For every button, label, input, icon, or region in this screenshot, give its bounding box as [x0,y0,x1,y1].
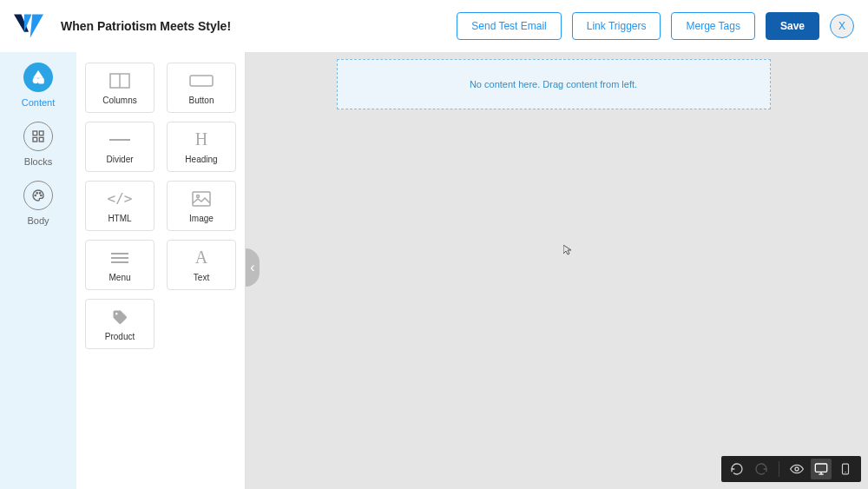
tag-icon [111,307,128,327]
svg-rect-7 [39,131,43,135]
tool-label: Button [189,96,214,105]
code-icon: </> [108,189,133,208]
tool-label: Product [105,332,135,341]
link-triggers-button[interactable]: Link Triggers [572,12,661,40]
rail-item-label: Blocks [24,156,52,167]
preview-button[interactable] [786,459,807,479]
tool-label: Columns [102,96,136,105]
tool-divider[interactable]: Divider [85,122,155,172]
tool-button[interactable]: Button [167,63,236,113]
svg-rect-8 [33,137,37,142]
rail-item-blocks[interactable]: Blocks [23,122,53,167]
header-actions: Send Test Email Link Triggers Merge Tags… [457,12,854,40]
divider-icon [109,130,130,149]
tools-grid: Columns Button Divider H Heading [85,63,236,349]
rail-item-label: Body [27,215,49,226]
tools-panel: Columns Button Divider H Heading [76,52,246,489]
empty-dropzone[interactable]: No content here. Drag content from left. [337,59,771,109]
chevron-left-icon: ‹ [250,260,254,275]
merge-tags-button[interactable]: Merge Tags [671,12,754,40]
app-header: When Patriotism Meets Style! Send Test E… [0,0,868,52]
tool-heading[interactable]: H Heading [167,122,236,172]
svg-point-10 [35,195,36,195]
rail-item-label: Content [22,97,56,108]
svg-point-13 [41,195,42,195]
tool-label: Text [194,273,209,282]
tool-label: Image [189,214,214,223]
page-title: When Patriotism Meets Style! [61,19,231,33]
svg-point-4 [33,78,37,83]
svg-point-12 [39,193,40,194]
undo-button[interactable] [727,459,747,479]
canvas[interactable]: No content here. Drag content from left.… [246,52,868,489]
rail-item-content[interactable]: Content [22,63,56,108]
left-rail: Content Blocks Body [0,52,76,489]
tool-columns[interactable]: Columns [85,63,155,113]
svg-rect-16 [190,76,213,86]
columns-icon [109,71,130,90]
send-test-email-button[interactable]: Send Test Email [457,12,562,40]
svg-rect-9 [39,137,43,142]
desktop-view-button[interactable] [811,459,832,479]
tool-menu[interactable]: Menu [85,240,155,290]
tool-label: HTML [108,214,131,223]
svg-point-23 [795,467,799,471]
main-row: Content Blocks Body [0,52,868,489]
vertical-scrollbar[interactable] [858,52,866,473]
svg-rect-18 [193,192,210,206]
svg-point-11 [36,193,37,194]
tool-text[interactable]: A Text [167,240,236,290]
app-logo [14,14,43,38]
tool-image[interactable]: Image [167,181,236,231]
image-icon [192,189,211,208]
menu-icon [111,248,128,268]
header-left: When Patriotism Meets Style! [14,14,231,38]
svg-rect-24 [815,464,826,472]
svg-marker-3 [35,71,43,77]
tool-label: Menu [108,273,130,282]
svg-marker-1 [24,14,32,31]
save-button[interactable]: Save [766,12,819,40]
palette-icon [23,181,53,210]
rail-item-body[interactable]: Body [23,181,53,226]
text-icon: A [195,248,207,268]
canvas-inner[interactable]: No content here. Drag content from left. [256,59,851,472]
toolbar-separator [779,461,779,477]
close-button[interactable]: X [830,14,854,38]
tool-label: Divider [106,155,133,164]
tool-product[interactable]: Product [85,299,155,349]
svg-point-19 [197,195,200,197]
tool-html[interactable]: </> HTML [85,181,155,231]
mobile-view-button[interactable] [835,459,856,479]
redo-button[interactable] [751,459,772,479]
grid-icon [23,122,53,151]
svg-marker-2 [30,14,43,37]
dropzone-text: No content here. Drag content from left. [470,79,637,89]
shapes-icon [23,63,53,92]
heading-icon: H [195,130,207,149]
button-icon [189,71,214,90]
svg-rect-6 [33,131,37,135]
tool-label: Heading [185,155,217,164]
canvas-bottom-toolbar [721,456,861,482]
svg-rect-5 [39,79,43,83]
